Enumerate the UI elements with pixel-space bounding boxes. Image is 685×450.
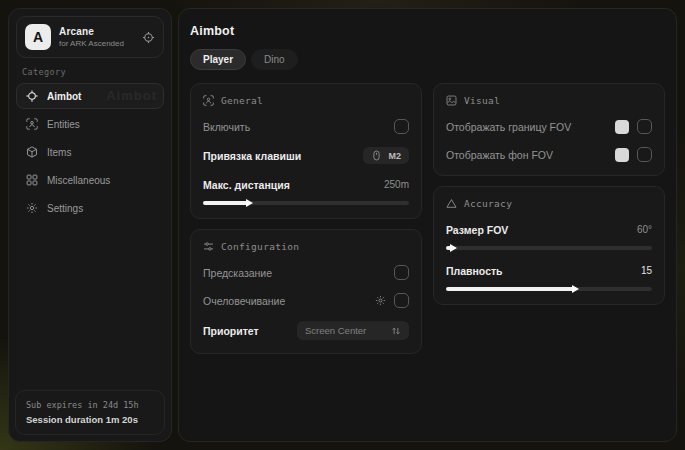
fov-border-color-swatch[interactable]	[615, 120, 629, 134]
sidebar-item-label: Aimbot	[47, 91, 81, 102]
grid-icon	[25, 174, 38, 186]
enable-row: Включить	[203, 119, 409, 134]
fov-background-controls	[615, 147, 652, 162]
slider-fill	[203, 201, 248, 205]
fov-border-controls	[615, 119, 652, 134]
slider-fill	[446, 246, 452, 250]
keybind-button[interactable]: M2	[363, 147, 409, 164]
smoothness-value: 15	[641, 265, 652, 276]
fov-size-slider[interactable]	[446, 246, 652, 250]
tab-bar: Player Dino	[190, 49, 665, 70]
general-header: General	[203, 95, 409, 106]
prediction-row: Предсказание	[203, 265, 409, 280]
general-title: General	[221, 95, 263, 106]
page-title: Aimbot	[190, 24, 665, 38]
priority-dropdown[interactable]: Screen Center	[297, 321, 409, 340]
visual-header: Visual	[446, 95, 652, 106]
smoothness-label: Плавность	[446, 265, 503, 277]
triangle-icon	[446, 198, 457, 209]
keybind-label: Привязка клавиши	[203, 150, 301, 162]
keybind-value: M2	[388, 151, 401, 161]
humanization-label: Очеловечивание	[203, 295, 285, 307]
visual-title: Visual	[464, 95, 500, 106]
fov-background-color-swatch[interactable]	[615, 148, 629, 162]
max-distance-label: Макс. дистанция	[203, 179, 290, 191]
gear-icon[interactable]	[375, 295, 386, 306]
app-header: A Arcane for ARK Ascended	[16, 16, 164, 58]
priority-label: Приоритет	[203, 325, 259, 337]
fov-background-checkbox[interactable]	[637, 147, 652, 162]
max-distance-slider[interactable]	[203, 201, 409, 205]
app-meta: Arcane for ARK Ascended	[59, 26, 134, 48]
gear-icon	[25, 202, 38, 214]
slider-fill	[446, 287, 574, 291]
sub-expires-text: Sub expires in 24d 15h	[26, 400, 154, 410]
max-distance-row: Макс. дистанция 250m	[203, 177, 409, 192]
left-column: General Включить Привязка клавиши M2	[190, 83, 422, 354]
configuration-title: Configuration	[221, 241, 299, 252]
sidebar-item-label: Items	[47, 147, 71, 158]
enable-checkbox[interactable]	[394, 119, 409, 134]
aimbot-watermark: Aimbot	[106, 88, 157, 103]
accuracy-title: Accuracy	[464, 198, 512, 209]
humanization-controls	[375, 293, 409, 308]
max-distance-value: 250m	[384, 179, 409, 190]
accuracy-card: Accuracy Размер FOV 60° Плавность 15	[433, 186, 665, 305]
target-icon[interactable]	[142, 31, 155, 44]
visual-card: Visual Отображать границу FOV Отображать…	[433, 83, 665, 176]
cube-icon	[25, 146, 38, 158]
category-label: Category	[22, 67, 158, 77]
tab-player[interactable]: Player	[190, 49, 246, 70]
prediction-checkbox[interactable]	[394, 265, 409, 280]
sidebar-item-label: Entities	[47, 119, 80, 130]
scan-person-icon	[25, 118, 38, 130]
fov-border-row: Отображать границу FOV	[446, 119, 652, 134]
configuration-card: Configuration Предсказание Очеловечивани…	[190, 229, 422, 354]
smoothness-slider[interactable]	[446, 287, 652, 291]
sidebar-nav: Aimbot Aimbot Entities Items	[9, 83, 171, 221]
prediction-label: Предсказание	[203, 267, 272, 279]
main-panel: Aimbot Player Dino General Включить	[178, 8, 677, 442]
sidebar-item-miscellaneous[interactable]: Miscellaneous	[16, 167, 164, 193]
app-name: Arcane	[59, 26, 134, 37]
sidebar-item-label: Settings	[47, 203, 83, 214]
fov-background-label: Отображать фон FOV	[446, 149, 553, 161]
sliders-icon	[203, 241, 214, 252]
sidebar-item-items[interactable]: Items	[16, 139, 164, 165]
fov-background-row: Отображать фон FOV	[446, 147, 652, 162]
app-logo: A	[25, 24, 51, 50]
fov-size-label: Размер FOV	[446, 224, 508, 236]
tab-dino[interactable]: Dino	[251, 49, 298, 70]
mouse-icon	[371, 150, 382, 161]
slider-handle[interactable]	[572, 285, 579, 293]
fov-size-value: 60°	[637, 224, 652, 235]
keybind-row: Привязка клавиши M2	[203, 147, 409, 164]
priority-value: Screen Center	[305, 325, 366, 336]
humanization-checkbox[interactable]	[394, 293, 409, 308]
sidebar-item-settings[interactable]: Settings	[16, 195, 164, 221]
configuration-header: Configuration	[203, 241, 409, 252]
enable-label: Включить	[203, 121, 250, 133]
smoothness-row: Плавность 15	[446, 263, 652, 278]
accuracy-header: Accuracy	[446, 198, 652, 209]
slider-handle[interactable]	[450, 244, 457, 252]
fov-border-checkbox[interactable]	[637, 119, 652, 134]
subscription-info: Sub expires in 24d 15h Session duration …	[15, 390, 165, 435]
sort-arrows-icon	[391, 326, 401, 336]
fov-border-label: Отображать границу FOV	[446, 121, 571, 133]
fov-size-row: Размер FOV 60°	[446, 222, 652, 237]
right-column: Visual Отображать границу FOV Отображать…	[433, 83, 665, 354]
priority-row: Приоритет Screen Center	[203, 321, 409, 340]
sidebar-item-aimbot[interactable]: Aimbot Aimbot	[16, 83, 164, 109]
crosshair-icon	[25, 90, 38, 102]
card-grid: General Включить Привязка клавиши M2	[190, 83, 665, 354]
app-subtitle: for ARK Ascended	[59, 39, 134, 48]
slider-handle[interactable]	[246, 199, 253, 207]
sidebar: A Arcane for ARK Ascended Category Aimbo…	[8, 8, 172, 442]
general-card: General Включить Привязка клавиши M2	[190, 83, 422, 219]
image-icon	[446, 95, 457, 106]
humanization-row: Очеловечивание	[203, 293, 409, 308]
sidebar-item-label: Miscellaneous	[47, 175, 110, 186]
session-duration-text: Session duration 1m 20s	[26, 414, 154, 425]
sidebar-item-entities[interactable]: Entities	[16, 111, 164, 137]
